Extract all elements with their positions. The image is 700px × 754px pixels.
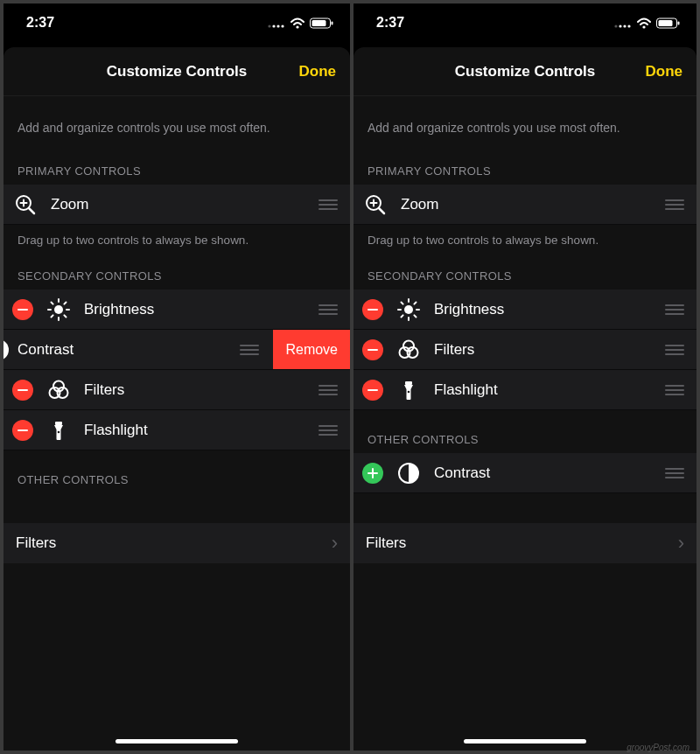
phone-left: 2:37 Customize Controls Done Add and org… [4, 3, 350, 751]
description-text: Add and organize controls you use most o… [354, 96, 696, 142]
status-right [614, 17, 681, 29]
drag-handle[interactable] [315, 199, 338, 210]
row-label: Zoom [401, 196, 662, 213]
remove-button[interactable] [12, 299, 33, 320]
chevron-right-icon: › [678, 532, 684, 555]
home-indicator[interactable] [464, 739, 586, 744]
primary-footer: Drag up to two controls to always be sho… [354, 225, 696, 247]
secondary-header: SECONDARY CONTROLS [354, 247, 696, 290]
row-label: Filters [366, 534, 678, 552]
add-button[interactable] [362, 463, 383, 484]
filters-icon [46, 377, 72, 403]
secondary-header: SECONDARY CONTROLS [4, 247, 350, 290]
primary-header: PRIMARY CONTROLS [354, 142, 696, 185]
row-label: Brightness [84, 301, 315, 318]
done-button[interactable]: Done [646, 47, 683, 95]
filters-nav-row[interactable]: Filters › [354, 523, 696, 563]
drag-handle[interactable] [236, 345, 259, 355]
row-label: Filters [84, 381, 315, 399]
secondary-row-contrast-swiped[interactable]: Contrast Remove [4, 330, 350, 370]
home-indicator[interactable] [116, 739, 238, 744]
cellular-icon [614, 17, 632, 29]
remove-button[interactable] [12, 380, 33, 401]
status-bar: 2:37 [4, 3, 350, 42]
secondary-row-filters[interactable]: Filters [354, 330, 696, 370]
watermark: groovyPost.com [626, 743, 690, 752]
screenshot-pair: 2:37 Customize Controls Done Add and org… [0, 0, 700, 754]
primary-footer: Drag up to two controls to always be sho… [4, 225, 350, 247]
remove-button[interactable] [362, 380, 383, 401]
cellular-icon [268, 17, 285, 29]
remove-button[interactable] [362, 339, 383, 360]
status-time: 2:37 [376, 15, 404, 31]
phone-right: 2:37 Customize Controls Done Add and org… [350, 3, 696, 751]
remove-button[interactable] [362, 299, 383, 320]
flashlight-icon [46, 417, 72, 443]
status-right [268, 17, 334, 29]
secondary-row-filters[interactable]: Filters [4, 370, 350, 410]
row-label: Filters [434, 341, 662, 359]
drag-handle[interactable] [315, 425, 338, 436]
swipe-remove-button[interactable]: Remove [273, 330, 350, 369]
other-header: OTHER CONTROLS [354, 410, 696, 453]
wifi-icon [290, 17, 304, 29]
row-label: Filters [16, 534, 332, 552]
other-row-contrast[interactable]: Contrast [354, 453, 696, 493]
status-bar: 2:37 [354, 3, 696, 42]
filters-icon [396, 337, 422, 363]
filters-nav-row[interactable]: Filters › [4, 523, 350, 563]
customize-sheet: Customize Controls Done Add and organize… [4, 47, 350, 751]
nav-bar: Customize Controls Done [354, 47, 696, 96]
drag-handle[interactable] [662, 468, 684, 478]
customize-sheet: Customize Controls Done Add and organize… [354, 47, 696, 751]
remove-button[interactable] [12, 420, 33, 441]
drag-handle[interactable] [315, 304, 338, 315]
zoom-icon [362, 192, 388, 218]
drag-handle[interactable] [662, 304, 684, 315]
flashlight-icon [396, 377, 422, 403]
primary-header: PRIMARY CONTROLS [4, 142, 350, 185]
wifi-icon [637, 17, 651, 29]
chevron-right-icon: › [332, 532, 338, 555]
secondary-row-brightness[interactable]: Brightness [354, 290, 696, 330]
row-label: Flashlight [84, 422, 315, 439]
row-label: Zoom [51, 196, 315, 213]
brightness-icon [46, 297, 72, 323]
row-label: Brightness [434, 301, 662, 318]
row-label: Contrast [9, 341, 236, 359]
drag-handle[interactable] [315, 385, 338, 395]
nav-bar: Customize Controls Done [4, 47, 350, 96]
zoom-icon [12, 192, 38, 218]
page-title: Customize Controls [455, 63, 596, 80]
primary-row-zoom[interactable]: Zoom [354, 185, 696, 225]
done-button[interactable]: Done [299, 47, 337, 95]
drag-handle[interactable] [662, 345, 684, 355]
secondary-row-brightness[interactable]: Brightness [4, 290, 350, 330]
row-label: Contrast [434, 464, 662, 482]
drag-handle[interactable] [662, 385, 684, 395]
description-text: Add and organize controls you use most o… [4, 96, 350, 142]
page-title: Customize Controls [107, 63, 248, 80]
primary-row-zoom[interactable]: Zoom [4, 185, 350, 225]
secondary-row-flashlight[interactable]: Flashlight [354, 370, 696, 410]
battery-icon [310, 17, 334, 29]
secondary-row-flashlight[interactable]: Flashlight [4, 410, 350, 450]
other-header: OTHER CONTROLS [4, 450, 350, 493]
row-label: Flashlight [434, 381, 662, 399]
battery-icon [656, 17, 681, 29]
brightness-icon [396, 297, 422, 323]
status-time: 2:37 [26, 15, 54, 31]
drag-handle[interactable] [662, 199, 684, 210]
contrast-icon [396, 460, 422, 486]
